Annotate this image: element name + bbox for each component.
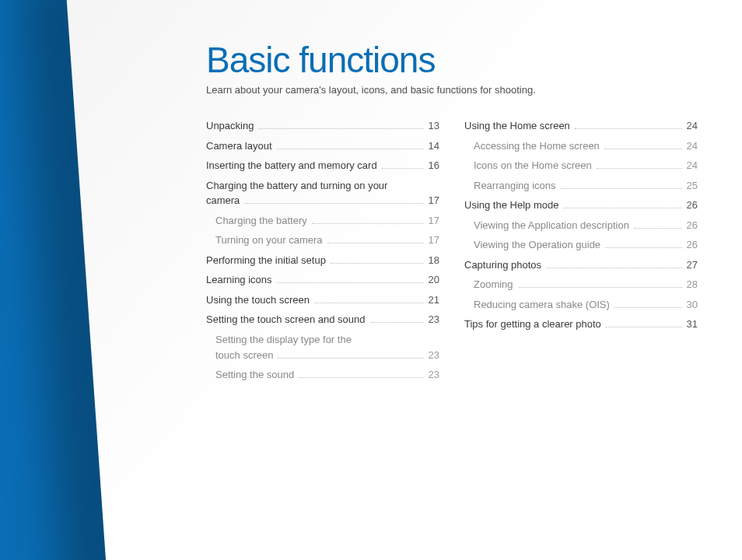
dot-leader <box>382 167 424 169</box>
toc-entry-label-continuation: touch screen <box>215 348 273 362</box>
dot-leader <box>370 321 424 323</box>
toc-entry-page: 28 <box>687 278 698 292</box>
toc-entry[interactable]: Using the Home screen24 <box>464 119 698 133</box>
toc-entry-page: 23 <box>429 313 439 327</box>
toc-entry-label: Icons on the Home screen <box>474 159 592 173</box>
dot-leader <box>634 227 682 229</box>
toc-entry[interactable]: Rearranging icons25 <box>464 179 698 193</box>
toc-entry-label: Charging the battery and turning on your <box>206 179 439 193</box>
toc-entry-page: 23 <box>429 348 439 362</box>
dot-leader <box>331 262 424 264</box>
toc-entry-page: 30 <box>687 298 698 312</box>
toc-entry[interactable]: Viewing the Application description26 <box>464 219 698 233</box>
toc-entry-label: Accessing the Home screen <box>474 139 600 153</box>
toc-column-right: Using the Home screen24Accessing the Hom… <box>464 119 698 388</box>
dot-leader <box>258 128 423 129</box>
dot-leader <box>604 148 682 149</box>
toc-entry-label: Turning on your camera <box>215 233 323 247</box>
toc-entry-label: Reducing camera shake (OIS) <box>474 298 610 312</box>
toc-entry-page: 17 <box>429 194 439 208</box>
toc-entry-page: 17 <box>429 233 439 247</box>
dot-leader <box>277 282 424 283</box>
toc-entry[interactable]: Accessing the Home screen24 <box>464 139 698 153</box>
toc-entry[interactable]: Zooming28 <box>464 278 698 292</box>
dot-leader <box>563 207 681 208</box>
toc-entry-page: 17 <box>429 214 439 228</box>
dot-leader <box>614 306 682 308</box>
toc-entry-label: Setting the touch screen and sound <box>206 313 366 327</box>
toc-entry-page: 16 <box>429 159 439 173</box>
dot-leader <box>606 326 682 327</box>
toc-entry[interactable]: Tips for getting a clearer photo31 <box>464 317 698 331</box>
toc-entry[interactable]: Unpacking13 <box>206 119 439 133</box>
page-title: Basic functions <box>206 39 719 81</box>
toc-entry[interactable]: Icons on the Home screen24 <box>464 159 698 173</box>
toc-entry-label: Learning icons <box>206 273 272 287</box>
toc-entry-label: Setting the display type for the <box>215 333 439 347</box>
toc-entry-page: 26 <box>687 219 698 233</box>
toc-entry-label: Capturing photos <box>464 258 541 272</box>
toc-columns: Unpacking13Camera layout14Inserting the … <box>206 119 719 388</box>
dot-leader <box>314 302 424 303</box>
dot-leader <box>312 222 424 224</box>
toc-entry-label: Performing the initial setup <box>206 254 326 268</box>
dot-leader <box>575 128 682 129</box>
toc-entry-label: Viewing the Application description <box>474 219 629 233</box>
toc-entry-label: Inserting the battery and memory card <box>206 159 377 173</box>
toc-entry-label: Charging the battery <box>215 214 307 228</box>
toc-entry-label: Rearranging icons <box>474 179 556 193</box>
dot-leader <box>518 286 682 288</box>
toc-entry[interactable]: Learning icons20 <box>206 273 439 287</box>
toc-entry[interactable]: Using the touch screen21 <box>206 293 439 307</box>
toc-entry-label: Tips for getting a clearer photo <box>464 317 601 331</box>
page-content: Basic functions Learn about your camera'… <box>206 39 719 388</box>
toc-entry[interactable]: Using the Help mode26 <box>464 198 698 212</box>
toc-column-left: Unpacking13Camera layout14Inserting the … <box>206 119 439 388</box>
toc-entry[interactable]: Setting the display type for thetouch sc… <box>206 333 439 362</box>
toc-entry-page: 31 <box>687 317 698 331</box>
toc-entry-label: Unpacking <box>206 119 254 133</box>
toc-entry-label: Camera layout <box>206 139 272 153</box>
toc-entry[interactable]: Viewing the Operation guide26 <box>464 238 698 252</box>
toc-entry-label: Using the Home screen <box>464 119 570 133</box>
toc-entry-page: 25 <box>687 179 698 193</box>
toc-entry-label: Using the Help mode <box>464 198 558 212</box>
stage: Basic functions Learn about your camera'… <box>0 0 742 560</box>
dot-leader <box>278 357 423 359</box>
dot-leader <box>299 376 423 378</box>
toc-entry-label: Setting the sound <box>215 368 294 382</box>
toc-entry[interactable]: Setting the touch screen and sound23 <box>206 313 439 327</box>
toc-entry-page: 24 <box>687 119 698 133</box>
toc-entry-page: 26 <box>687 238 698 252</box>
toc-entry[interactable]: Capturing photos27 <box>464 258 698 272</box>
toc-entry-page: 26 <box>687 198 698 212</box>
toc-entry-label: Viewing the Operation guide <box>474 238 600 252</box>
toc-entry-page: 24 <box>687 139 698 153</box>
toc-entry[interactable]: Charging the battery17 <box>206 214 439 228</box>
dot-leader <box>597 167 682 169</box>
page-subtitle: Learn about your camera's layout, icons,… <box>206 84 719 96</box>
toc-entry-page: 24 <box>687 159 698 173</box>
toc-entry-page: 20 <box>429 273 439 287</box>
toc-entry-label-continuation: camera <box>206 194 240 208</box>
toc-entry-page: 14 <box>429 139 439 153</box>
toc-entry[interactable]: Reducing camera shake (OIS)30 <box>464 298 698 312</box>
dot-leader <box>244 202 423 204</box>
toc-entry[interactable]: Charging the battery and turning on your… <box>206 179 439 208</box>
toc-entry[interactable]: Camera layout14 <box>206 139 439 153</box>
toc-entry-page: 21 <box>429 293 439 307</box>
toc-entry-page: 18 <box>429 254 439 268</box>
toc-entry-label: Using the touch screen <box>206 293 310 307</box>
toc-entry-label: Zooming <box>474 278 513 292</box>
toc-entry[interactable]: Setting the sound23 <box>206 368 439 382</box>
toc-entry[interactable]: Performing the initial setup18 <box>206 254 439 268</box>
dot-leader <box>277 148 424 149</box>
toc-entry-page: 13 <box>429 119 439 133</box>
toc-entry-page: 23 <box>429 368 439 382</box>
dot-leader <box>605 247 681 248</box>
toc-entry[interactable]: Turning on your camera17 <box>206 233 439 247</box>
dot-leader <box>561 187 682 189</box>
toc-entry-page: 27 <box>687 258 698 272</box>
toc-entry[interactable]: Inserting the battery and memory card16 <box>206 159 439 173</box>
dot-leader <box>327 242 424 243</box>
